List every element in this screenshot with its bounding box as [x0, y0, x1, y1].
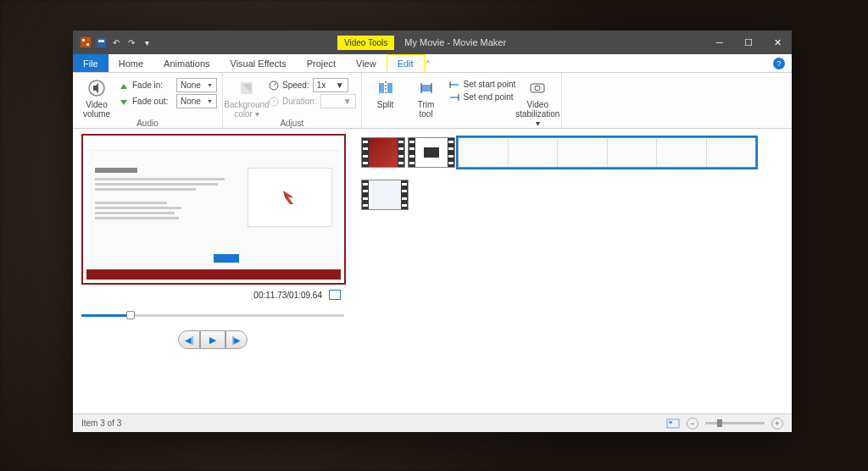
preview-monitor[interactable] — [81, 134, 346, 285]
speedometer-icon — [269, 80, 279, 91]
fade-in-icon — [119, 80, 129, 91]
workspace: 00:11.73/01:09.64 ◀| ▶ |▶ — [73, 129, 792, 413]
video-stabilization-button[interactable]: Videostabilization ▾ — [519, 75, 556, 128]
fade-out-row: Fade out: None▼ — [119, 94, 217, 108]
trim-icon — [416, 78, 437, 98]
svg-rect-3 — [97, 38, 106, 47]
titlebar: ↶ ↷ ▾ Video Tools My Movie - Movie Maker… — [73, 30, 792, 54]
background-color-button: Backgroundcolor ▾ — [228, 75, 265, 119]
fade-in-dropdown[interactable]: None▼ — [176, 78, 217, 92]
svg-rect-2 — [86, 43, 89, 46]
svg-rect-1 — [82, 39, 85, 42]
window-controls: ─ ☐ ✕ — [705, 30, 792, 54]
minimize-button[interactable]: ─ — [705, 30, 734, 54]
save-icon[interactable] — [95, 36, 107, 48]
time-display: 00:11.73/01:09.64 — [253, 291, 322, 300]
fade-in-row: Fade in: None▼ — [119, 78, 217, 92]
fullscreen-icon[interactable] — [329, 290, 341, 300]
undo-icon[interactable]: ↶ — [110, 36, 122, 48]
speed-dropdown[interactable]: 1x▼ — [313, 78, 348, 92]
svg-rect-4 — [98, 40, 104, 42]
set-end-point-button[interactable]: Set end point — [448, 92, 516, 102]
timeline-clip-selected[interactable] — [458, 137, 756, 168]
video-volume-button[interactable]: Videovolume — [78, 75, 115, 119]
window-title: My Movie - Movie Maker — [404, 37, 506, 47]
ribbon-tabs: File Home Animations Visual Effects Proj… — [73, 54, 792, 73]
tab-edit[interactable]: Edit — [387, 54, 425, 72]
svg-rect-13 — [387, 83, 392, 93]
svg-rect-12 — [379, 83, 384, 93]
svg-line-8 — [274, 83, 276, 86]
maximize-button[interactable]: ☐ — [734, 30, 763, 54]
timeline-pane[interactable] — [353, 129, 792, 413]
group-adjust: Backgroundcolor ▾ Speed: 1x▼ Duration: ▼… — [223, 73, 362, 128]
group-audio: Videovolume Fade in: None▼ Fade out: Non… — [73, 73, 223, 128]
qat-dropdown-icon[interactable]: ▾ — [141, 36, 153, 48]
timeline-row-2 — [361, 180, 783, 210]
statusbar: Item 3 of 3 − + — [73, 413, 792, 432]
app-icon[interactable] — [80, 36, 92, 48]
timeline-row-1 — [361, 137, 783, 168]
speaker-icon — [86, 78, 107, 98]
split-icon — [376, 78, 396, 98]
set-start-point-button[interactable]: Set start point — [448, 80, 516, 89]
redo-icon[interactable]: ↷ — [125, 36, 137, 48]
duration-row: Duration: ▼ — [269, 94, 356, 108]
time-display-row: 00:11.73/01:09.64 — [81, 285, 344, 305]
start-point-icon — [448, 80, 460, 89]
duration-dropdown: ▼ — [320, 94, 356, 108]
status-text: Item 3 of 3 — [81, 418, 121, 428]
view-mode-icon[interactable] — [666, 418, 680, 429]
help-icon[interactable]: ? — [773, 58, 785, 69]
tab-home[interactable]: Home — [108, 54, 153, 72]
svg-rect-25 — [669, 421, 672, 424]
quick-access-toolbar: ↶ ↷ ▾ — [73, 36, 159, 48]
svg-point-23 — [535, 86, 540, 91]
zoom-slider[interactable] — [705, 422, 765, 424]
tab-project[interactable]: Project — [297, 54, 346, 72]
group-editing: Split Trimtool Set start point Set end p… — [362, 73, 563, 128]
end-point-icon — [448, 93, 460, 102]
tab-file[interactable]: File — [73, 54, 108, 72]
zoom-out-button[interactable]: − — [687, 418, 698, 429]
preview-pane: 00:11.73/01:09.64 ◀| ▶ |▶ — [73, 129, 353, 413]
svg-rect-0 — [81, 37, 91, 47]
split-button[interactable]: Split — [367, 75, 404, 109]
playback-controls: ◀| ▶ |▶ — [81, 330, 344, 349]
fade-out-icon — [119, 97, 129, 107]
stabilization-icon — [527, 78, 548, 98]
tab-animations[interactable]: Animations — [153, 54, 220, 72]
ribbon: Videovolume Fade in: None▼ Fade out: Non… — [73, 73, 792, 129]
seek-bar[interactable] — [81, 308, 344, 322]
trim-tool-button[interactable]: Trimtool — [408, 75, 445, 119]
next-frame-button[interactable]: |▶ — [225, 330, 248, 349]
timeline-clip[interactable] — [361, 180, 409, 210]
tab-visual-effects[interactable]: Visual Effects — [220, 54, 297, 72]
timeline-clip[interactable] — [408, 137, 455, 168]
play-button[interactable]: ▶ — [200, 330, 225, 349]
ribbon-collapse-icon[interactable]: ⌃ — [425, 59, 431, 68]
contextual-tab-label: Video Tools — [337, 36, 394, 50]
zoom-in-button[interactable]: + — [771, 418, 783, 429]
paint-bucket-icon — [236, 78, 257, 98]
close-button[interactable]: ✕ — [763, 30, 792, 54]
clock-icon — [269, 97, 279, 107]
prev-frame-button[interactable]: ◀| — [178, 330, 200, 349]
seek-thumb[interactable] — [126, 311, 135, 319]
speed-row: Speed: 1x▼ — [269, 78, 356, 92]
tab-view[interactable]: View — [346, 54, 387, 72]
timeline-clip[interactable] — [361, 137, 405, 168]
svg-rect-15 — [421, 85, 431, 91]
fade-out-dropdown[interactable]: None▼ — [176, 94, 217, 108]
app-window: ↶ ↷ ▾ Video Tools My Movie - Movie Maker… — [73, 30, 792, 432]
